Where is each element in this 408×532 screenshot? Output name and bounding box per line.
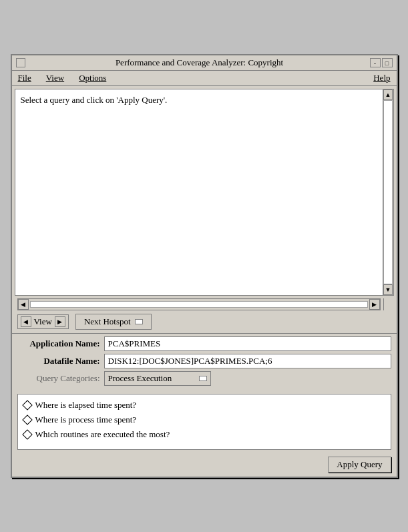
menu-file[interactable]: File xyxy=(16,72,33,84)
query-categories-label: Query Categories: xyxy=(17,373,104,384)
app-name-label: Application Name: xyxy=(17,338,104,349)
menu-bar: File View Options Help xyxy=(12,71,397,86)
apply-query-button[interactable]: Apply Query xyxy=(328,457,391,473)
minimize-button[interactable]: - xyxy=(370,58,381,67)
scroll-track-h[interactable] xyxy=(30,301,368,308)
view-nav-group: ◀ View ▶ xyxy=(17,314,69,329)
instruction-text: Select a query and click on 'Apply Query… xyxy=(21,95,168,105)
maximize-button[interactable]: □ xyxy=(382,58,393,67)
query-list-box: Where is elapsed time spent? Where is pr… xyxy=(17,394,391,450)
query-item-1[interactable]: Where is elapsed time spent? xyxy=(23,400,385,411)
diamond-icon-3 xyxy=(23,431,31,439)
scroll-right-button[interactable]: ▶ xyxy=(369,299,380,310)
query-categories-value: Process Execution xyxy=(108,373,172,384)
main-content-area: Select a query and click on 'Apply Query… xyxy=(15,89,394,296)
scroll-track-v[interactable] xyxy=(383,100,393,284)
next-hotspot-label: Next Hotspot xyxy=(84,316,131,327)
main-window: Performance and Coverage Analyzer: Copyr… xyxy=(11,54,398,478)
next-hotspot-button[interactable]: Next Hotspot xyxy=(75,314,152,330)
menu-options-label: Options xyxy=(79,73,106,83)
vertical-scrollbar[interactable]: ▲ ▼ xyxy=(383,89,393,295)
scroll-down-button[interactable]: ▼ xyxy=(383,284,393,295)
window-icon[interactable] xyxy=(16,58,25,67)
content-area: Select a query and click on 'Apply Query… xyxy=(15,89,383,295)
menu-help-label: Help xyxy=(373,73,390,83)
scroll-up-button[interactable]: ▲ xyxy=(383,89,393,100)
diamond-icon-1 xyxy=(23,401,31,409)
title-controls: - □ xyxy=(370,58,393,67)
horizontal-scrollbar[interactable]: ◀ ▶ xyxy=(17,298,381,310)
nav-back-button[interactable]: ◀ xyxy=(21,316,31,327)
apply-row: Apply Query xyxy=(12,453,397,477)
window-title: Performance and Coverage Analyzer: Copyr… xyxy=(29,57,370,68)
scroll-corner xyxy=(383,298,394,310)
datafile-label: Datafile Name: xyxy=(17,356,104,366)
datafile-value: DISK12:[DOC$JONES]PCA$PRIMES.PCA;6 xyxy=(104,354,391,368)
query-item-2-label: Where is process time spent? xyxy=(35,415,137,425)
dropdown-indicator xyxy=(199,376,207,381)
query-categories-dropdown[interactable]: Process Execution xyxy=(104,371,211,386)
menu-help[interactable]: Help xyxy=(371,72,392,84)
view-label: View xyxy=(34,316,52,327)
diamond-icon-2 xyxy=(23,416,31,424)
nav-forward-button[interactable]: ▶ xyxy=(55,316,65,327)
menu-file-label: File xyxy=(18,73,31,83)
toolbar-row: ◀ View ▶ Next Hotspot xyxy=(12,310,397,333)
menu-view-label: View xyxy=(46,73,64,83)
hscroll-container: ◀ ▶ xyxy=(15,298,394,310)
menu-options[interactable]: Options xyxy=(77,72,108,84)
title-bar: Performance and Coverage Analyzer: Copyr… xyxy=(12,55,397,71)
query-categories-row: Query Categories: Process Execution xyxy=(17,371,391,386)
app-name-value: PCA$PRIMES xyxy=(104,336,391,351)
query-item-3[interactable]: Which routines are executed the most? xyxy=(23,429,385,440)
fields-section: Application Name: PCA$PRIMES Datafile Na… xyxy=(12,333,397,391)
hotspot-indicator xyxy=(135,319,143,324)
app-name-row: Application Name: PCA$PRIMES xyxy=(17,336,391,351)
datafile-row: Datafile Name: DISK12:[DOC$JONES]PCA$PRI… xyxy=(17,354,391,368)
menu-view[interactable]: View xyxy=(44,72,66,84)
scroll-left-button[interactable]: ◀ xyxy=(18,299,29,310)
query-item-3-label: Which routines are executed the most? xyxy=(35,429,170,440)
query-item-2[interactable]: Where is process time spent? xyxy=(23,415,385,425)
query-item-1-label: Where is elapsed time spent? xyxy=(35,400,137,411)
